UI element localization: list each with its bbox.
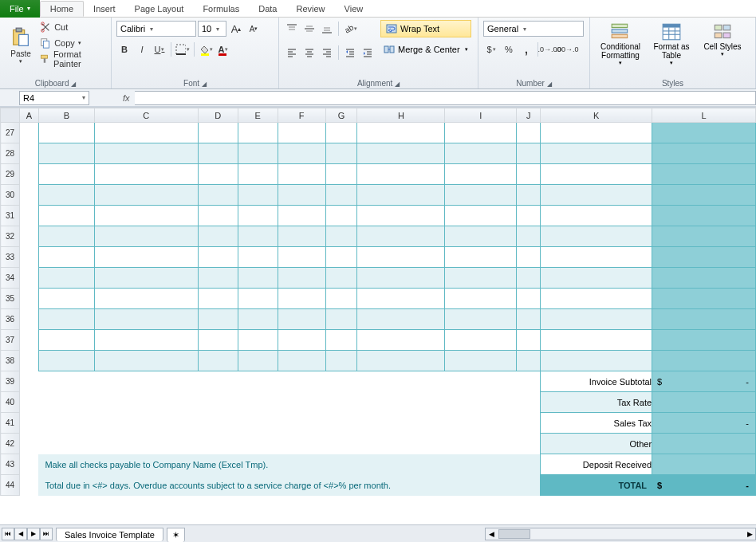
name-box[interactable]: R4▾ xyxy=(19,91,89,105)
tab-page-layout[interactable]: Page Layout xyxy=(125,2,194,16)
sheet-nav-first[interactable]: ⏮ xyxy=(2,528,14,540)
row-header-29[interactable]: 29 xyxy=(1,164,20,185)
row-37[interactable]: 37 xyxy=(1,330,756,351)
row-header-31[interactable]: 31 xyxy=(1,206,20,226)
row-28[interactable]: 28 xyxy=(1,143,756,164)
tab-insert[interactable]: Insert xyxy=(84,2,125,16)
sheet-nav-last[interactable]: ⏭ xyxy=(40,528,53,540)
col-header-D[interactable]: D xyxy=(198,108,238,123)
col-header-E[interactable]: E xyxy=(238,108,278,123)
row-29[interactable]: 29 xyxy=(1,164,756,185)
shrink-font-button[interactable]: A▾ xyxy=(246,21,262,37)
align-middle-button[interactable] xyxy=(301,21,317,37)
bold-button[interactable]: B xyxy=(116,41,132,57)
format-painter-button[interactable]: Format Painter xyxy=(40,52,106,66)
font-size-combo[interactable]: 10▾ xyxy=(198,21,226,37)
row-header-37[interactable]: 37 xyxy=(1,330,20,351)
number-format-combo[interactable]: General▾ xyxy=(483,21,584,37)
row-41[interactable]: 41Sales Tax- xyxy=(1,413,756,434)
orientation-button[interactable]: ab▾ xyxy=(342,21,358,37)
tab-view[interactable]: View xyxy=(335,2,373,16)
row-header-34[interactable]: 34 xyxy=(1,268,20,289)
row-header-33[interactable]: 33 xyxy=(1,247,20,268)
horizontal-scrollbar[interactable]: ◀▶ xyxy=(485,528,756,540)
align-left-button[interactable] xyxy=(284,45,300,61)
row-header-32[interactable]: 32 xyxy=(1,226,20,247)
sheet-tab-new[interactable]: ✶ xyxy=(167,528,185,542)
col-header-G[interactable]: G xyxy=(325,108,357,123)
tab-review[interactable]: Review xyxy=(286,2,334,16)
row-header-40[interactable]: 40 xyxy=(1,392,20,413)
sheet-nav-prev[interactable]: ◀ xyxy=(14,528,27,540)
grow-font-button[interactable]: A▴ xyxy=(228,21,244,37)
font-color-button[interactable]: A▾ xyxy=(215,41,231,57)
font-name-combo[interactable]: Calibri▾ xyxy=(116,21,196,37)
formula-bar[interactable] xyxy=(135,91,756,105)
col-header-I[interactable]: I xyxy=(445,108,517,123)
copy-button[interactable]: Copy▾ xyxy=(40,36,106,50)
paste-button[interactable]: Paste ▾ xyxy=(5,20,37,71)
align-bottom-button[interactable] xyxy=(319,21,335,37)
row-header-28[interactable]: 28 xyxy=(1,143,20,164)
align-center-button[interactable] xyxy=(301,45,317,61)
tab-home[interactable]: Home xyxy=(40,1,84,17)
col-header-C[interactable]: C xyxy=(94,108,198,123)
align-top-button[interactable] xyxy=(284,21,300,37)
tab-data[interactable]: Data xyxy=(249,2,286,16)
tab-formulas[interactable]: Formulas xyxy=(193,2,249,16)
row-header-35[interactable]: 35 xyxy=(1,289,20,309)
increase-indent-button[interactable] xyxy=(360,45,376,61)
col-header-A[interactable]: A xyxy=(19,108,38,123)
row-44[interactable]: 44Total due in <#> days. Overdue account… xyxy=(1,475,756,496)
worksheet-grid[interactable]: ABCDEFGHIJKL27282930313233343536373839In… xyxy=(0,107,756,521)
currency-button[interactable]: $▾ xyxy=(483,41,499,57)
comma-button[interactable]: , xyxy=(518,41,534,57)
align-right-button[interactable] xyxy=(319,45,335,61)
row-35[interactable]: 35 xyxy=(1,289,756,309)
row-40[interactable]: 40Tax Rate xyxy=(1,392,756,413)
wrap-text-button[interactable]: Wrap Text xyxy=(380,20,471,37)
col-header-J[interactable]: J xyxy=(517,108,541,123)
row-36[interactable]: 36 xyxy=(1,309,756,330)
row-42[interactable]: 42Other xyxy=(1,434,756,454)
row-header-42[interactable]: 42 xyxy=(1,434,20,454)
merge-center-button[interactable]: Merge & Center▾ xyxy=(380,41,471,58)
row-30[interactable]: 30 xyxy=(1,185,756,206)
row-34[interactable]: 34 xyxy=(1,268,756,289)
row-31[interactable]: 31 xyxy=(1,206,756,226)
row-header-41[interactable]: 41 xyxy=(1,413,20,434)
sheet-tab[interactable]: Sales Invoice Template xyxy=(56,528,163,541)
row-header-44[interactable]: 44 xyxy=(1,475,20,496)
row-header-43[interactable]: 43 xyxy=(1,454,20,475)
percent-button[interactable]: % xyxy=(501,41,517,57)
row-header-38[interactable]: 38 xyxy=(1,351,20,371)
col-header-L[interactable]: L xyxy=(652,108,756,123)
col-header-K[interactable]: K xyxy=(541,108,652,123)
decrease-indent-button[interactable] xyxy=(342,45,358,61)
col-header-H[interactable]: H xyxy=(357,108,445,123)
fill-color-button[interactable]: ▾ xyxy=(198,41,214,57)
sheet-nav-next[interactable]: ▶ xyxy=(27,528,40,540)
row-33[interactable]: 33 xyxy=(1,247,756,268)
row-header-30[interactable]: 30 xyxy=(1,185,20,206)
col-header-B[interactable]: B xyxy=(38,108,94,123)
cut-button[interactable]: Cut xyxy=(40,20,106,34)
row-27[interactable]: 27 xyxy=(1,123,756,143)
format-as-table-button[interactable]: Format as Table▾ xyxy=(646,20,697,68)
select-all-corner[interactable] xyxy=(1,108,20,123)
decrease-decimal-button[interactable]: .00→.0 xyxy=(559,41,575,57)
col-header-F[interactable]: F xyxy=(278,108,325,123)
conditional-formatting-button[interactable]: Conditional Formatting▾ xyxy=(595,20,646,68)
border-button[interactable]: ▾ xyxy=(175,41,191,57)
row-header-27[interactable]: 27 xyxy=(1,123,20,143)
row-32[interactable]: 32 xyxy=(1,226,756,247)
row-43[interactable]: 43Make all checks payable to Company Nam… xyxy=(1,454,756,475)
row-header-36[interactable]: 36 xyxy=(1,309,20,330)
tab-file[interactable]: File▾ xyxy=(0,0,40,18)
row-39[interactable]: 39Invoice Subtotal$- xyxy=(1,371,756,392)
fx-label[interactable]: fx xyxy=(123,93,130,103)
italic-button[interactable]: I xyxy=(134,41,150,57)
row-38[interactable]: 38 xyxy=(1,351,756,371)
underline-button[interactable]: U▾ xyxy=(152,41,167,57)
row-header-39[interactable]: 39 xyxy=(1,371,20,392)
